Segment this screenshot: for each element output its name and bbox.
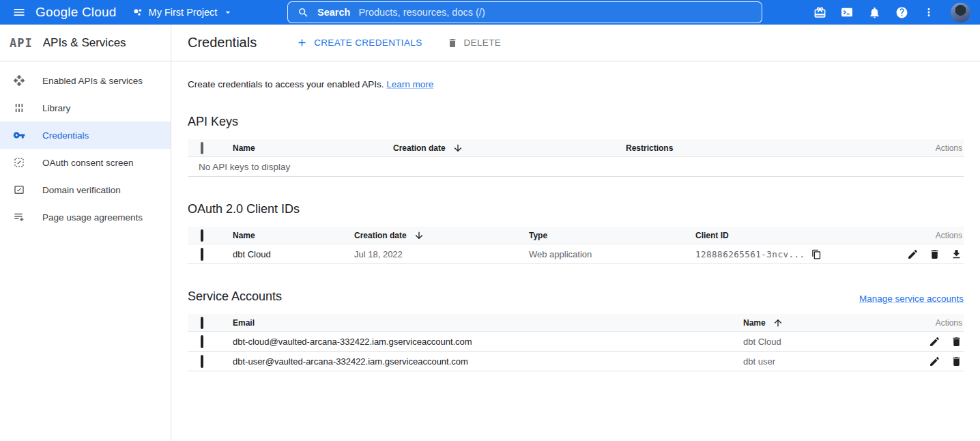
search-icon [298, 7, 309, 18]
sidebar-item-oauth-consent[interactable]: OAuth consent screen [0, 149, 171, 176]
oauth-consent-icon [13, 156, 25, 169]
delete-label: DELETE [464, 38, 502, 48]
select-all-checkbox[interactable] [201, 142, 203, 154]
service-account-name: dbt Cloud [743, 337, 902, 347]
sort-asc-icon[interactable] [773, 317, 783, 328]
sidebar-item-label: Domain verification [42, 185, 121, 195]
copy-icon[interactable] [811, 249, 822, 259]
edit-icon[interactable] [929, 356, 940, 367]
cloud-shell-icon[interactable] [835, 0, 859, 25]
column-header-creation-date[interactable]: Creation date [354, 231, 407, 240]
project-icon [132, 7, 143, 18]
domain-verification-icon [13, 184, 25, 196]
client-id-value: 128886265561-3ncv... [695, 249, 805, 259]
hamburger-menu-icon[interactable] [7, 0, 31, 25]
service-account-email: dbt-user@vaulted-arcana-332422.iam.gserv… [233, 356, 743, 367]
column-header-name[interactable]: Name [233, 143, 393, 153]
row-checkbox[interactable] [201, 355, 203, 368]
table-row: dbt-cloud@vaulted-arcana-332422.iam.gser… [188, 332, 964, 352]
service-accounts-table: Email Name Actions dbt-cloud@vaulted-arc… [188, 314, 964, 371]
topbar-actions [807, 0, 973, 25]
api-keys-empty-row: No API keys to display [188, 157, 964, 177]
column-header-name[interactable]: Name [233, 231, 354, 240]
product-title: APIs & Services [43, 36, 126, 50]
column-header-client-id[interactable]: Client ID [695, 231, 889, 240]
sidebar-item-page-usage-agreements[interactable]: Page usage agreements [0, 203, 171, 231]
table-row: dbt Cloud Jul 18, 2022 Web application 1… [188, 244, 964, 264]
column-header-type[interactable]: Type [529, 231, 695, 240]
column-header-email[interactable]: Email [233, 318, 743, 328]
oauth-table-header: Name Creation date Type Client ID Action… [188, 227, 964, 244]
project-name: My First Project [149, 7, 218, 18]
column-header-actions: Actions [902, 318, 964, 328]
edit-icon[interactable] [907, 248, 919, 260]
api-keys-table: Name Creation date Restrictions Actions … [188, 139, 964, 177]
table-row: dbt-user@vaulted-arcana-332422.iam.gserv… [188, 352, 964, 371]
sort-desc-icon[interactable] [452, 143, 463, 154]
create-credentials-button[interactable]: CREATE CREDENTIALS [296, 37, 422, 48]
top-app-bar: Google Cloud My First Project Search Pro… [0, 0, 980, 25]
oauth-clients-title: OAuth 2.0 Client IDs [188, 202, 300, 216]
delete-button[interactable]: DELETE [447, 38, 502, 48]
search-input[interactable]: Search Products, resources, docs (/) [287, 1, 762, 23]
sidebar-item-label: Credentials [42, 130, 89, 141]
project-selector[interactable]: My First Project [128, 4, 238, 21]
chevron-down-icon [222, 7, 233, 18]
empty-state-text: No API keys to display [188, 162, 964, 172]
plus-icon [296, 37, 308, 48]
product-header: API APIs & Services [0, 25, 171, 61]
avatar[interactable] [951, 3, 970, 23]
service-account-email: dbt-cloud@vaulted-arcana-332422.iam.gser… [233, 337, 743, 347]
row-checkbox[interactable] [201, 248, 203, 261]
bell-icon[interactable] [862, 0, 887, 25]
main-content: Create credentials to access your enable… [171, 61, 980, 441]
search-placeholder: Products, resources, docs (/) [358, 7, 485, 18]
credentials-header: Credentials CREATE CREDENTIALS DELETE [171, 25, 980, 61]
sort-desc-icon[interactable] [414, 230, 424, 241]
library-icon [13, 102, 25, 114]
oauth-clients-table: Name Creation date Type Client ID Action… [188, 227, 964, 264]
search-label: Search [317, 7, 350, 18]
sidebar-item-enabled-apis[interactable]: Enabled APIs & services [0, 67, 171, 94]
sidebar-item-label: Enabled APIs & services [42, 76, 143, 86]
key-icon [13, 129, 25, 141]
page-usage-icon [13, 211, 25, 223]
column-header-creation-date[interactable]: Creation date [393, 143, 446, 153]
sidebar-item-label: OAuth consent screen [42, 158, 134, 168]
service-account-name: dbt user [743, 356, 902, 367]
api-product-icon: API [10, 36, 33, 50]
delete-icon[interactable] [929, 248, 940, 260]
download-icon[interactable] [951, 248, 962, 260]
delete-icon[interactable] [951, 356, 962, 367]
sidebar-item-label: Page usage agreements [42, 212, 143, 223]
page-header: API APIs & Services Credentials CREATE C… [0, 25, 980, 61]
learn-more-link[interactable]: Learn more [386, 79, 433, 89]
row-checkbox[interactable] [201, 335, 203, 348]
sidebar-item-domain-verification[interactable]: Domain verification [0, 176, 171, 203]
sidebar: Enabled APIs & services Library Credenti… [0, 61, 171, 441]
edit-icon[interactable] [929, 336, 940, 347]
intro-text: Create credentials to access your enable… [188, 79, 384, 89]
delete-icon[interactable] [951, 336, 962, 347]
sidebar-item-credentials[interactable]: Credentials [0, 122, 171, 149]
client-name: dbt Cloud [233, 249, 354, 259]
gift-icon[interactable] [807, 0, 832, 25]
create-credentials-label: CREATE CREDENTIALS [314, 38, 422, 48]
page-title: Credentials [188, 35, 257, 51]
help-icon[interactable] [889, 0, 914, 25]
more-vert-icon[interactable] [917, 0, 941, 25]
google-cloud-logo[interactable]: Google Cloud [35, 5, 117, 20]
client-type: Web application [529, 249, 695, 259]
sidebar-item-library[interactable]: Library [0, 94, 171, 122]
column-header-name[interactable]: Name [743, 318, 766, 328]
column-header-restrictions[interactable]: Restrictions [626, 143, 895, 153]
select-all-checkbox[interactable] [201, 229, 203, 242]
service-accounts-title: Service Accounts [188, 289, 282, 304]
column-header-actions: Actions [895, 143, 964, 153]
service-accounts-table-header: Email Name Actions [188, 314, 964, 332]
api-keys-table-header: Name Creation date Restrictions Actions [188, 139, 964, 157]
manage-service-accounts-link[interactable]: Manage service accounts [859, 294, 964, 304]
select-all-checkbox[interactable] [201, 317, 203, 329]
trash-icon [447, 38, 458, 48]
api-keys-title: API Keys [188, 115, 238, 129]
